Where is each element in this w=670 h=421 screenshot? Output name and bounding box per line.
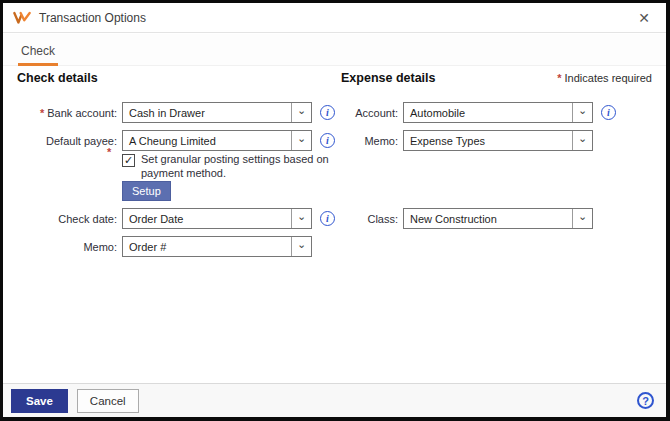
required-asterisk: * [40, 107, 44, 119]
expense-memo-label: Memo: [340, 135, 398, 147]
check-memo-select[interactable]: Order # ⌄ [122, 236, 312, 257]
granular-posting-label: Set granular posting settings based on p… [141, 153, 357, 181]
help-icon[interactable]: ? [637, 392, 654, 409]
default-payee-value: A Cheung Limited [123, 131, 291, 150]
default-payee-select[interactable]: A Cheung Limited ⌄ [122, 130, 312, 151]
bank-account-select[interactable]: Cash in Drawer ⌄ [122, 102, 312, 123]
default-payee-required-asterisk: * [107, 146, 111, 158]
check-memo-row: Memo: Order # ⌄ [16, 236, 312, 257]
cancel-button[interactable]: Cancel [77, 389, 139, 413]
expense-account-value: Automobile [404, 103, 572, 122]
tab-check[interactable]: Check [18, 42, 58, 66]
expense-account-info-icon[interactable]: i [601, 105, 616, 120]
check-date-value: Order Date [123, 209, 291, 228]
bank-account-info-icon[interactable]: i [320, 105, 335, 120]
check-date-select[interactable]: Order Date ⌄ [122, 208, 312, 229]
tab-strip: Check [3, 34, 666, 66]
class-value: New Construction [404, 209, 572, 228]
bank-account-label: * Bank account: [16, 107, 117, 119]
app-logo-icon [13, 11, 31, 25]
expense-memo-select[interactable]: Expense Types ⌄ [403, 130, 593, 151]
chevron-down-icon[interactable]: ⌄ [572, 103, 592, 122]
check-date-row: Check date: Order Date ⌄ i [16, 208, 335, 229]
chevron-down-icon[interactable]: ⌄ [291, 103, 311, 122]
expense-account-label: Account: [340, 107, 398, 119]
required-asterisk: * [557, 72, 561, 84]
bank-account-row: * Bank account: Cash in Drawer ⌄ i [16, 102, 335, 123]
chevron-down-icon[interactable]: ⌄ [572, 131, 592, 150]
check-memo-value: Order # [123, 237, 291, 256]
check-memo-label: Memo: [16, 241, 117, 253]
chevron-down-icon[interactable]: ⌄ [291, 209, 311, 228]
indicates-required-text: Indicates required [565, 72, 652, 84]
default-payee-row: Default payee: A Cheung Limited ⌄ i [16, 130, 335, 151]
expense-account-row: Account: Automobile ⌄ i [340, 102, 616, 123]
setup-button[interactable]: Setup [122, 181, 171, 201]
class-label: Class: [340, 213, 398, 225]
chevron-down-icon[interactable]: ⌄ [291, 131, 311, 150]
bank-account-value: Cash in Drawer [123, 103, 291, 122]
expense-memo-row: Memo: Expense Types ⌄ [340, 130, 593, 151]
tab-check-label: Check [21, 44, 55, 58]
expense-memo-value: Expense Types [404, 131, 572, 150]
expense-account-select[interactable]: Automobile ⌄ [403, 102, 593, 123]
checkbox-checked-icon[interactable]: ✓ [122, 154, 135, 167]
dialog-titlebar: Transaction Options ✕ [3, 3, 666, 33]
granular-posting-checkbox-row[interactable]: ✓ Set granular posting settings based on… [122, 153, 357, 181]
expense-details-heading: Expense details [341, 71, 436, 85]
class-row: Class: New Construction ⌄ [340, 208, 593, 229]
dialog-footer: Save Cancel ? [3, 383, 666, 417]
check-date-info-icon[interactable]: i [320, 211, 335, 226]
save-button[interactable]: Save [11, 389, 68, 413]
default-payee-info-icon[interactable]: i [320, 133, 335, 148]
chevron-down-icon[interactable]: ⌄ [291, 237, 311, 256]
check-details-heading: Check details [17, 71, 98, 85]
class-select[interactable]: New Construction ⌄ [403, 208, 593, 229]
check-date-label: Check date: [16, 213, 117, 225]
indicates-required-note: * Indicates required [557, 72, 652, 84]
default-payee-label: Default payee: [16, 135, 117, 147]
chevron-down-icon[interactable]: ⌄ [572, 209, 592, 228]
dialog-title: Transaction Options [39, 11, 146, 25]
close-icon[interactable]: ✕ [634, 9, 654, 27]
transaction-options-dialog: Transaction Options ✕ Check Check detail… [0, 0, 670, 421]
